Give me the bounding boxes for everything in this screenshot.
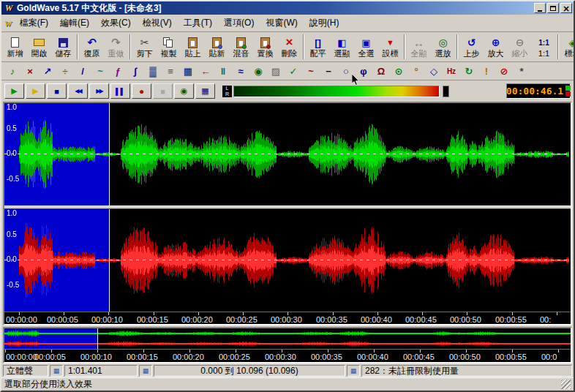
time-axis: 00:00:0000:00:0500:00:1000:00:1500:00:20…: [4, 312, 571, 324]
pause-button[interactable]: ▌▌: [110, 83, 130, 99]
mix-button[interactable]: 混音: [229, 33, 253, 61]
effect-icon-8[interactable]: ∫: [127, 64, 144, 79]
menu-item-7[interactable]: 視窗(W): [260, 15, 303, 31]
green-led-icon: [565, 86, 571, 91]
effect-icon-26[interactable]: Hz: [443, 64, 460, 79]
zoom-1to1-button[interactable]: 1:11:1: [532, 33, 556, 61]
paste-button[interactable]: 貼上: [181, 33, 205, 61]
document-window-icon[interactable]: W: [4, 19, 12, 28]
status-divider-icon-3[interactable]: [347, 365, 360, 377]
effect-icon-6[interactable]: ~: [91, 64, 109, 79]
effect-icon-18[interactable]: ~: [302, 64, 320, 79]
left-waveform-canvas[interactable]: [19, 104, 569, 205]
axis-tick: [557, 312, 557, 315]
effect-icon-15[interactable]: ◉: [249, 64, 267, 79]
effect-icon-24[interactable]: °: [407, 64, 425, 79]
resize-grip[interactable]: [561, 380, 571, 389]
set-marker-button[interactable]: ▼設標: [378, 33, 402, 61]
effect-icon-9[interactable]: ▓: [144, 64, 162, 79]
axis-label: 00:00:50: [449, 353, 481, 361]
menu-item-8[interactable]: 說明(H): [304, 15, 345, 31]
stop-button[interactable]: ■: [47, 83, 67, 99]
fast-forward-button[interactable]: ▶▶: [89, 83, 109, 99]
waveform-panel: 1.00.50.0-0.5 1.00.50.0-0.5 00:00:0000:0…: [3, 102, 572, 325]
effect-icon-17[interactable]: ✓: [285, 64, 302, 79]
status-selection-range: 0.000 到 10.096 (10.096): [154, 365, 345, 377]
open-button[interactable]: 開啟: [27, 33, 51, 61]
select-all-button[interactable]: ▣全選: [354, 33, 378, 61]
effect-icon-2[interactable]: ×: [21, 64, 39, 79]
toolbar-button-label: 選放: [435, 50, 451, 58]
effect-icon-5[interactable]: /: [74, 64, 91, 79]
right-waveform-canvas[interactable]: [19, 210, 569, 311]
effect-icon-10[interactable]: ≡: [162, 64, 179, 79]
effect-icon-11[interactable]: ▦: [179, 64, 197, 79]
menu-item-2[interactable]: 編輯(E): [54, 15, 95, 31]
axis-label: 00:00:10: [91, 316, 123, 324]
overview-waveform-canvas[interactable]: [4, 328, 571, 349]
effect-icon-30[interactable]: *: [513, 64, 530, 79]
toolbar-separator: [77, 34, 78, 59]
overview-strip[interactable]: [4, 328, 571, 349]
cue-points-button[interactable]: ◈標示: [560, 33, 575, 61]
replace-button[interactable]: 置換: [253, 33, 277, 61]
effect-icon-23[interactable]: ⊙: [390, 64, 407, 79]
menu-item-6[interactable]: 選項(O): [218, 15, 260, 31]
maximize-button[interactable]: [547, 3, 559, 13]
menu-item-1[interactable]: 檔案(F): [14, 15, 54, 31]
effect-icon-28[interactable]: !: [478, 64, 495, 79]
new-button[interactable]: 新增: [3, 33, 27, 61]
effect-icon-4[interactable]: ÷: [56, 64, 74, 79]
axis-label: 00:00:45: [405, 316, 437, 324]
status-divider-icon-1[interactable]: [50, 365, 63, 377]
selection-end-marker[interactable]: [109, 209, 110, 312]
visuals-button[interactable]: ▦: [195, 83, 215, 99]
copy-button[interactable]: 複製: [157, 33, 181, 61]
zoom-in-button[interactable]: ⊕放大: [484, 33, 508, 61]
effect-icon-19[interactable]: −: [320, 64, 337, 79]
right-channel: 1.00.50.0-0.5: [4, 209, 571, 312]
paste-new-button[interactable]: 貼新: [205, 33, 229, 61]
menu-item-3[interactable]: 效果(C): [95, 15, 137, 31]
selection-end-marker[interactable]: [109, 103, 110, 206]
play-all-button[interactable]: ▶: [26, 83, 45, 99]
effect-icon-29[interactable]: ⊘: [495, 64, 513, 79]
rewind-button[interactable]: ◀◀: [68, 83, 88, 99]
goldwave-app-icon[interactable]: W: [3, 3, 15, 14]
mouse-cursor: [352, 74, 361, 88]
save-button[interactable]: 儲存: [51, 33, 75, 61]
minimize-button[interactable]: [534, 3, 546, 13]
select-view-button[interactable]: ◧選顯: [330, 33, 354, 61]
effect-icon-3[interactable]: ↗: [39, 64, 56, 79]
effect-icon-13[interactable]: ‖: [214, 64, 232, 79]
status-total-length: 1:01.401: [64, 365, 138, 377]
toolbar-button-label: 開啟: [31, 50, 48, 58]
effect-icon-14[interactable]: ≈: [232, 64, 249, 79]
menu-item-4[interactable]: 檢視(V): [137, 15, 178, 31]
effect-icon-22[interactable]: Ω: [372, 64, 390, 79]
effect-icon-1[interactable]: ♪: [4, 64, 21, 79]
record-button[interactable]: ●: [132, 83, 151, 99]
effect-icon-27[interactable]: ↻: [460, 64, 478, 79]
play-button[interactable]: ▶: [4, 83, 24, 99]
undo-button[interactable]: ↶復原: [80, 33, 104, 61]
effect-icon-7[interactable]: ƒ: [109, 64, 127, 79]
effect-icon-12[interactable]: ←: [197, 64, 214, 79]
status-divider-icon-2[interactable]: [139, 365, 152, 377]
delete-button[interactable]: ×刪除: [277, 33, 301, 61]
menu-item-5[interactable]: 工具(T): [178, 15, 218, 31]
toolbar-button-label: 全選: [358, 50, 375, 58]
zoom-selection-button[interactable]: ◎選放: [431, 33, 455, 61]
meter-right-label: R: [225, 91, 229, 97]
cut-button[interactable]: ✂剪下: [132, 33, 157, 61]
control-properties-button[interactable]: ◉: [174, 83, 194, 99]
effect-icon-25[interactable]: ◇: [425, 64, 443, 79]
effect-icon-16[interactable]: ▨: [267, 64, 285, 79]
zoom-previous-button[interactable]: ↺上步: [459, 33, 484, 61]
title-bar[interactable]: W GoldWave 5.17 中文化版 - [未命名3]: [1, 1, 574, 15]
trim-button[interactable]: []配平: [306, 33, 330, 61]
level-meter[interactable]: [233, 86, 440, 97]
amplitude-label: -0.5: [7, 282, 19, 289]
axis-label: 00:00:15: [137, 316, 168, 324]
close-button[interactable]: [560, 3, 572, 13]
